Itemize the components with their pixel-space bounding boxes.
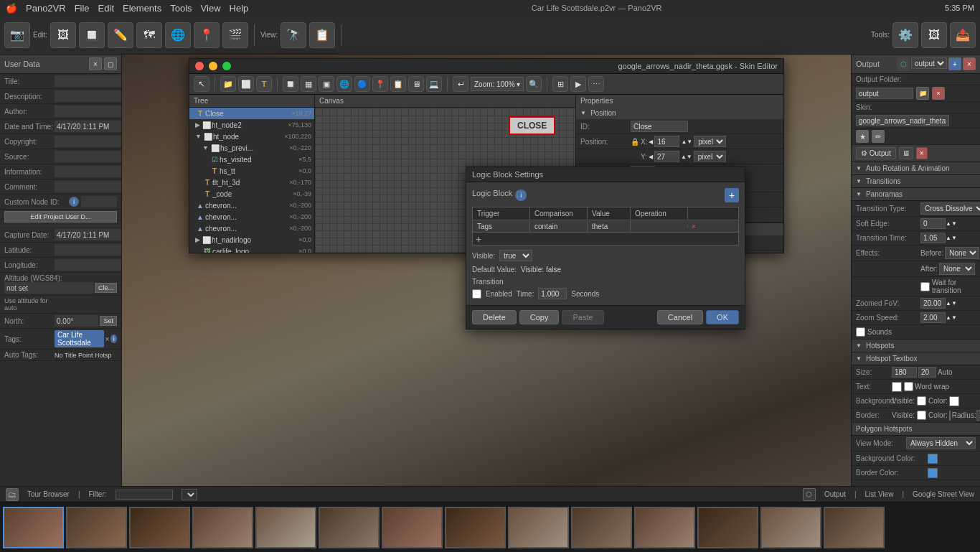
input-zoom-speed[interactable] xyxy=(920,312,946,323)
hotspots-section[interactable]: ▼ Hotspots xyxy=(852,340,980,352)
hotspot-bg-color[interactable] xyxy=(949,396,959,406)
toolbar-view-2[interactable]: 📋 xyxy=(309,22,335,48)
se-btn8[interactable]: 🖥 xyxy=(408,76,424,92)
menu-elements[interactable]: Elements xyxy=(123,3,161,14)
thumb-4[interactable] xyxy=(192,507,253,548)
filter-input[interactable] xyxy=(116,490,173,500)
left-panel-close[interactable]: × xyxy=(89,57,102,70)
se-btn3[interactable]: ▣ xyxy=(319,76,334,92)
pos-unit-select[interactable]: pixels xyxy=(694,136,726,147)
input-north[interactable] xyxy=(55,315,98,327)
input-pos-y[interactable] xyxy=(654,151,679,162)
input-latitude[interactable] xyxy=(55,244,121,256)
toolbar-tools-2[interactable]: 🖼 xyxy=(921,22,947,48)
input-pos-x[interactable] xyxy=(654,136,679,147)
hotspot-text-color[interactable] xyxy=(892,382,902,392)
input-id[interactable] xyxy=(631,121,688,132)
lb-delete-btn[interactable]: Delete xyxy=(472,310,517,324)
input-hotspot-w[interactable] xyxy=(892,367,917,378)
tree-item-code[interactable]: T _code ×0,-39 xyxy=(189,188,314,200)
toolbar-tools-3[interactable]: 📤 xyxy=(950,22,976,48)
input-comment[interactable] xyxy=(55,181,121,192)
se-btn7[interactable]: 📋 xyxy=(390,76,406,92)
effects-before-select[interactable]: None xyxy=(945,247,979,259)
input-hotspot-radius[interactable] xyxy=(976,410,980,421)
se-text-tool[interactable]: T xyxy=(256,76,272,92)
position-section-header[interactable]: ▼ Position xyxy=(576,107,783,119)
zoom-speed-stepper[interactable]: ▲▼ xyxy=(946,314,957,321)
menu-tools[interactable]: Tools xyxy=(170,3,192,14)
se-preview[interactable]: ▶ xyxy=(570,76,586,92)
poly-bg-color-swatch[interactable] xyxy=(928,454,938,464)
tour-browser-icon[interactable]: 🗂 xyxy=(6,488,19,501)
lb-add-row-btn[interactable]: + xyxy=(473,233,484,245)
tree-item-carlife-logo[interactable]: 🖼 carlife_logo ×0,0 xyxy=(189,245,314,253)
lb-row-delete-btn[interactable]: × xyxy=(688,220,699,232)
lb-visible-select[interactable]: true false xyxy=(499,250,532,261)
lb-cancel-btn[interactable]: Cancel xyxy=(657,310,703,324)
se-rect-tool[interactable]: ⬜ xyxy=(238,76,254,92)
thumb-11[interactable] xyxy=(634,507,695,548)
generate-btn[interactable]: ⚙ Output xyxy=(856,147,896,159)
toolbar-edit-7[interactable]: 🎬 xyxy=(222,22,248,48)
panoramas-section[interactable]: ▼ Panoramas xyxy=(852,188,980,201)
se-undo[interactable]: ↩ xyxy=(453,76,468,92)
filter-select[interactable] xyxy=(182,489,197,500)
toolbar-tools-1[interactable]: ⚙️ xyxy=(892,22,918,48)
thumb-7[interactable] xyxy=(382,507,443,548)
window-minimize-dot[interactable] xyxy=(209,62,217,70)
toolbar-edit-4[interactable]: 🗺 xyxy=(136,22,162,48)
toolbar-input-btn[interactable]: 📷 xyxy=(4,22,30,48)
tree-item-hs-visited[interactable]: ☑ hs_visited ×5,5 xyxy=(189,154,314,165)
sounds-checkbox[interactable] xyxy=(856,327,865,337)
menu-file[interactable]: File xyxy=(75,3,90,14)
folder-clear-btn[interactable]: × xyxy=(932,87,945,100)
lb-time-input[interactable] xyxy=(538,288,567,299)
se-btn9[interactable]: 💻 xyxy=(426,76,442,92)
thumb-12[interactable] xyxy=(697,507,758,548)
custom-node-info[interactable]: i xyxy=(69,197,79,207)
thumb-9[interactable] xyxy=(508,507,569,548)
input-hotspot-h[interactable] xyxy=(918,367,936,378)
lb-enabled-checkbox[interactable] xyxy=(472,289,481,299)
word-wrap-hotspot[interactable] xyxy=(904,382,913,391)
menu-help[interactable]: Help xyxy=(230,3,249,14)
tree-item-ht-nadirlogo[interactable]: ▶ ⬜ ht_nadirlogo ×0,0 xyxy=(189,234,314,245)
toolbar-edit-5[interactable]: 🌐 xyxy=(165,22,191,48)
input-transition-time[interactable] xyxy=(920,233,946,243)
pos-x-stepper[interactable]: ▲▼ xyxy=(681,139,692,145)
input-output-folder[interactable] xyxy=(856,88,913,99)
tree-item-ht-node[interactable]: ▼ ⬜ ht_node ×100,220 xyxy=(189,131,314,142)
tree-item-chevron2[interactable]: ▲ chevron... ×0,-200 xyxy=(189,211,314,223)
pos-unit-y-select[interactable]: pixels xyxy=(694,151,726,162)
tree-item-ht-node2[interactable]: ▶ ⬜ ht_node2 ×75,130 xyxy=(189,119,314,131)
se-cursor-tool[interactable]: ↖ xyxy=(194,76,209,92)
lb-add-row[interactable]: + xyxy=(472,233,739,245)
app-menu-pano2vr[interactable]: 🍎 xyxy=(6,3,17,14)
edit-project-user-btn[interactable]: Edit Project User D... xyxy=(4,211,117,223)
skin-edit-btn[interactable]: ✏ xyxy=(872,130,885,143)
input-soft-edge[interactable] xyxy=(920,218,946,229)
output-status-btn[interactable]: ⬡ xyxy=(803,488,816,501)
thumb-8[interactable] xyxy=(445,507,506,548)
stop-btn[interactable]: × xyxy=(916,147,928,159)
input-altitude[interactable] xyxy=(4,282,93,294)
thumb-14[interactable] xyxy=(824,507,885,548)
lb-add-btn[interactable]: + xyxy=(725,188,739,202)
tree-item-hs-tt[interactable]: T hs_tt ×0,0 xyxy=(189,165,314,177)
thumb-13[interactable] xyxy=(760,507,821,548)
tree-item-chevron3[interactable]: ▲ chevron... ×0,-200 xyxy=(189,223,314,234)
transitions-section[interactable]: ▼ Transitions xyxy=(852,175,980,188)
input-custom-node[interactable] xyxy=(81,196,117,207)
hotspot-border-visible[interactable] xyxy=(917,411,926,420)
input-author[interactable] xyxy=(55,106,121,117)
se-btn4[interactable]: 🌐 xyxy=(336,76,352,92)
wait-transition-checkbox[interactable] xyxy=(920,282,930,291)
folder-browse-btn[interactable]: 📁 xyxy=(916,87,929,100)
toolbar-edit-6[interactable]: 📍 xyxy=(194,22,220,48)
poly-border-color-swatch[interactable] xyxy=(928,468,938,478)
tree-item-close[interactable]: T Close ×16,27 xyxy=(189,108,314,119)
effects-after-select[interactable]: None xyxy=(939,263,975,275)
polygon-hotspots-section[interactable]: Polygon Hotspots xyxy=(852,423,980,436)
lb-paste-btn[interactable]: Paste xyxy=(562,310,603,324)
